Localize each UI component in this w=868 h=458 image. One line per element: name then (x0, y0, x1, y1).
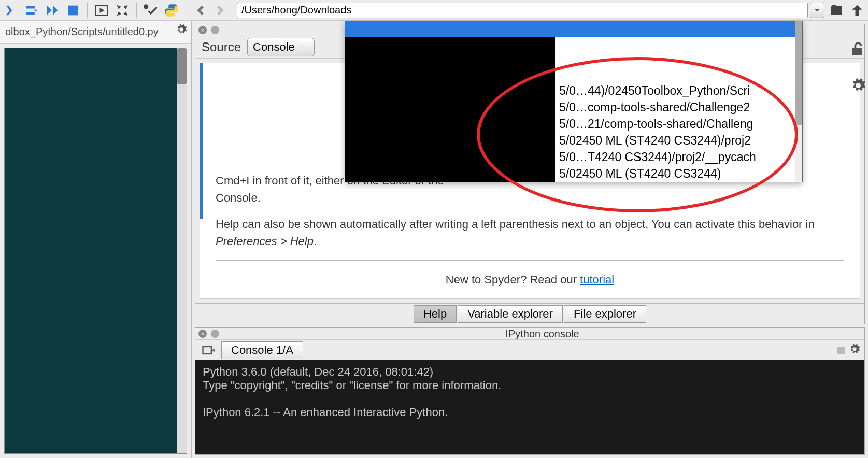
browse-dir-icon[interactable] (828, 2, 845, 19)
dropdown-item[interactable]: 5/02450 ML (ST4240 CS3244)/proj2 (559, 132, 756, 149)
stop-icon[interactable] (64, 2, 82, 19)
console-pane: × IPython console Console 1/A Python 3.6… (195, 327, 865, 455)
close-icon[interactable]: × (198, 26, 207, 34)
tutorial-link[interactable]: tutorial (580, 273, 614, 286)
source-select[interactable]: Console (247, 38, 315, 56)
parent-dir-icon[interactable] (848, 2, 866, 19)
code-editor[interactable] (4, 48, 187, 454)
dropdown-item[interactable]: 5/0…44)/02450Toolbox_Python/Scri (559, 82, 756, 99)
tab-help[interactable]: Help (414, 305, 457, 323)
forward-icon[interactable] (212, 2, 230, 19)
tab-file-explorer[interactable]: File explorer (564, 305, 646, 323)
svg-rect-2 (203, 347, 211, 354)
working-dir-input[interactable] (237, 3, 808, 18)
maximize-pane-icon[interactable] (113, 2, 131, 19)
editor-options-icon[interactable] (176, 24, 187, 38)
working-dir-history-dropdown: 5/0…44)/02450Toolbox_Python/Scri 5/0…com… (345, 21, 803, 182)
kernel-status-icon (837, 347, 845, 354)
dropdown-item[interactable]: 5/02450 ML (ST4240 CS3244) (559, 165, 756, 182)
dropdown-item[interactable]: 5/0…comp-tools-shared/Challenge2 (559, 99, 756, 116)
browse-console-icon[interactable] (200, 341, 217, 359)
restore-icon[interactable] (211, 330, 219, 338)
dropdown-item[interactable]: 5/0…21/comp-tools-shared/Challeng (559, 116, 756, 132)
main-toolbar (0, 0, 868, 21)
continue-icon[interactable] (44, 2, 61, 19)
console-tab[interactable]: Console 1/A (221, 341, 303, 359)
dropdown-selected-item[interactable] (345, 21, 802, 37)
back-icon[interactable] (191, 2, 209, 19)
restore-icon[interactable] (211, 26, 219, 34)
file-tab[interactable]: olbox_Python/Scripts/untitled0.py (0, 21, 191, 44)
dropdown-item[interactable]: 5/0…T4240 CS3244)/proj2/__pycach (559, 149, 756, 165)
console-options-icon[interactable] (849, 344, 860, 357)
tab-variable-explorer[interactable]: Variable explorer (458, 305, 563, 323)
dropdown-scrollbar[interactable] (795, 21, 802, 182)
gear-icon[interactable] (850, 78, 866, 93)
source-select-value: Console (253, 40, 295, 54)
redacted-region (345, 37, 555, 182)
close-icon[interactable]: × (198, 330, 207, 338)
preferences-icon[interactable] (142, 2, 160, 19)
lock-icon[interactable] (850, 41, 866, 57)
step-over-icon[interactable] (2, 2, 20, 19)
source-label: Source (202, 40, 241, 54)
editor-column: olbox_Python/Scripts/untitled0.py (0, 21, 192, 458)
file-tab-label: olbox_Python/Scripts/untitled0.py (5, 26, 159, 38)
python-icon[interactable] (163, 2, 180, 19)
console-output[interactable]: Python 3.6.0 (default, Dec 24 2016, 08:0… (195, 360, 864, 454)
editor-scrollbar[interactable] (177, 48, 187, 453)
step-into-icon[interactable] (23, 2, 40, 19)
working-dir-dropdown-icon[interactable] (810, 3, 824, 18)
run-cell-icon[interactable] (93, 2, 110, 19)
svg-rect-0 (68, 5, 78, 15)
